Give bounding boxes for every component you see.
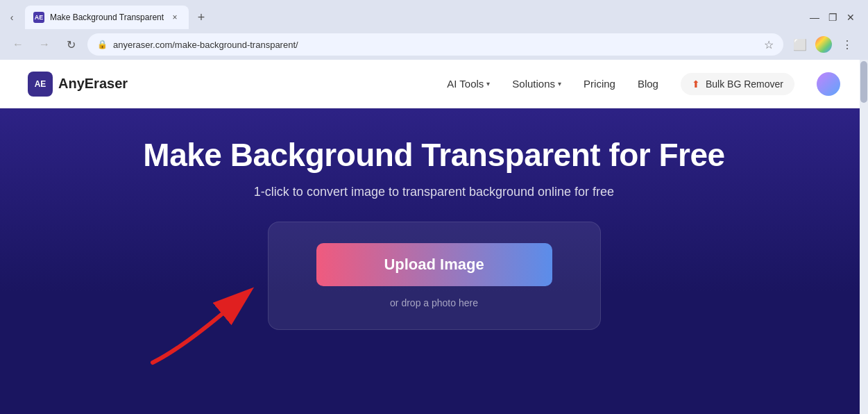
- site-nav: AE AnyEraser AI Tools ▾ Solutions ▾ Pric…: [0, 60, 868, 108]
- tab-close-button[interactable]: ×: [169, 12, 180, 23]
- hero-title: Make Background Transparent for Free: [143, 136, 724, 174]
- active-tab[interactable]: AE Make Background Transparent ×: [25, 6, 189, 29]
- logo[interactable]: AE AnyEraser: [28, 72, 128, 97]
- refresh-button[interactable]: ↻: [61, 35, 80, 54]
- user-avatar[interactable]: [817, 72, 840, 96]
- tab-title: Make Background Transparent: [50, 13, 164, 22]
- menu-button[interactable]: ⋮: [837, 35, 857, 54]
- bookmark-icon[interactable]: ☆: [764, 38, 774, 51]
- upload-icon: ⬆: [692, 78, 700, 90]
- nav-solutions[interactable]: Solutions ▾: [512, 78, 561, 90]
- logo-icon: AE: [28, 72, 53, 97]
- website-content: AE AnyEraser AI Tools ▾ Solutions ▾ Pric…: [0, 60, 868, 414]
- minimize-button[interactable]: —: [808, 11, 821, 24]
- hero-section: Make Background Transparent for Free 1-c…: [0, 108, 868, 414]
- tab-back-nav: ‹: [6, 11, 18, 24]
- new-tab-button[interactable]: +: [192, 8, 211, 27]
- chevron-down-icon: ▾: [486, 80, 490, 88]
- bulk-bg-remover-button[interactable]: ⬆ Bulk BG Remover: [681, 73, 794, 95]
- extension-avatar: [815, 36, 832, 53]
- nav-links: AI Tools ▾ Solutions ▾ Pricing Blog ⬆ Bu…: [447, 72, 840, 96]
- forward-button[interactable]: →: [35, 35, 54, 54]
- tab-favicon: AE: [33, 12, 44, 23]
- url-text: anyeraser.com/make-background-transparen…: [113, 40, 758, 50]
- arrow-annotation: [139, 286, 278, 372]
- nav-pricing[interactable]: Pricing: [584, 78, 615, 90]
- upload-image-button[interactable]: Upload Image: [316, 243, 552, 286]
- lock-icon: 🔒: [97, 40, 108, 49]
- back-button[interactable]: ←: [8, 35, 28, 54]
- browser-scrollbar[interactable]: [860, 60, 868, 414]
- nav-ai-tools[interactable]: AI Tools ▾: [447, 78, 490, 90]
- drop-label: or drop a photo here: [390, 297, 478, 308]
- brand-name: AnyEraser: [58, 76, 128, 92]
- close-window-button[interactable]: ✕: [844, 11, 857, 24]
- upload-area: Upload Image or drop a photo here: [268, 222, 601, 330]
- hero-subtitle: 1-click to convert image to transparent …: [254, 185, 614, 199]
- url-bar[interactable]: 🔒 anyeraser.com/make-background-transpar…: [87, 33, 783, 56]
- chevron-down-icon: ▾: [558, 80, 561, 88]
- maximize-button[interactable]: ❐: [826, 11, 839, 24]
- scrollbar-thumb[interactable]: [860, 61, 867, 103]
- nav-blog[interactable]: Blog: [638, 78, 658, 90]
- extensions-button[interactable]: ⬜: [790, 35, 810, 54]
